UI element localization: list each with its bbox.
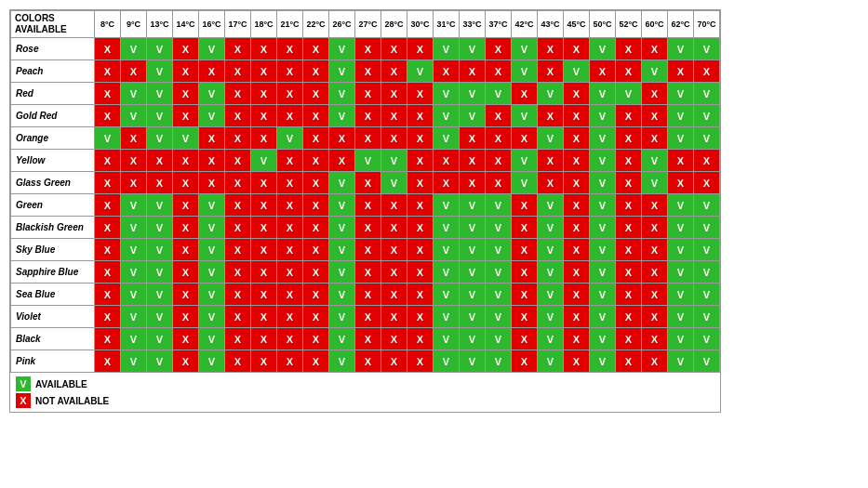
table-row: Sky BlueXVVXVXXXXVXXXVVVXVXVXXVV — [11, 239, 720, 261]
color-name-cell: Green — [11, 194, 95, 217]
availability-table: COLORS AVAILABLE 8°C9°C13°C14°C16°C17°C1… — [10, 10, 720, 373]
availability-cell: X — [355, 328, 381, 350]
availability-cell: X — [303, 105, 329, 127]
availability-cell: X — [668, 60, 694, 83]
availability-cell: V — [147, 194, 173, 217]
availability-cell: V — [147, 127, 173, 150]
color-name-cell: Blackish Green — [11, 217, 95, 239]
availability-cell: V — [434, 38, 460, 60]
color-name-cell: Sea Blue — [11, 284, 95, 306]
legend-available-label: AVAILABLE — [35, 379, 87, 389]
availability-cell: X — [251, 261, 277, 284]
availability-cell: X — [95, 217, 121, 239]
availability-cell: V — [590, 261, 616, 284]
availability-cell: X — [173, 172, 199, 194]
availability-cell: X — [225, 60, 251, 83]
color-name-cell: Orange — [11, 127, 95, 150]
temp-header: 26°C — [329, 11, 355, 38]
availability-cell: X — [303, 38, 329, 60]
availability-cell: X — [407, 239, 434, 261]
availability-cell: V — [434, 261, 460, 284]
availability-cell: X — [381, 38, 407, 60]
availability-cell: V — [694, 284, 720, 306]
availability-cell: X — [512, 284, 538, 306]
temp-header: 52°C — [616, 11, 642, 38]
availability-cell: X — [642, 306, 668, 328]
availability-cell: X — [355, 239, 381, 261]
legend-not-available: X NOT AVAILABLE — [16, 393, 714, 408]
availability-cell: X — [251, 217, 277, 239]
availability-cell: X — [303, 194, 329, 217]
availability-cell: X — [95, 172, 121, 194]
availability-cell: V — [434, 284, 460, 306]
availability-cell: X — [251, 83, 277, 105]
availability-cell: V — [199, 239, 225, 261]
availability-cell: X — [616, 306, 642, 328]
availability-cell: V — [329, 38, 355, 60]
availability-cell: V — [590, 150, 616, 172]
temp-header: 42°C — [512, 11, 538, 38]
color-name-cell: Sapphire Blue — [11, 261, 95, 284]
color-name-cell: Yellow — [11, 150, 95, 172]
availability-cell: X — [277, 194, 303, 217]
availability-cell: X — [616, 60, 642, 83]
availability-cell: V — [329, 328, 355, 350]
availability-cell: X — [486, 172, 512, 194]
availability-cell: X — [642, 217, 668, 239]
availability-cell: X — [355, 261, 381, 284]
availability-cell: X — [668, 150, 694, 172]
availability-cell: V — [590, 239, 616, 261]
availability-cell: X — [225, 150, 251, 172]
availability-cell: X — [486, 38, 512, 60]
availability-cell: X — [616, 105, 642, 127]
availability-cell: V — [460, 217, 486, 239]
availability-cell: V — [538, 261, 564, 284]
availability-cell: V — [329, 83, 355, 105]
availability-cell: V — [121, 38, 147, 60]
availability-cell: X — [277, 83, 303, 105]
availability-cell: X — [642, 105, 668, 127]
temp-header: 18°C — [251, 11, 277, 38]
availability-cell: X — [199, 127, 225, 150]
availability-cell: X — [95, 105, 121, 127]
color-name-cell: Sky Blue — [11, 239, 95, 261]
availability-cell: V — [538, 127, 564, 150]
availability-cell: V — [199, 306, 225, 328]
availability-cell: X — [173, 239, 199, 261]
availability-cell: V — [199, 105, 225, 127]
availability-cell: V — [642, 150, 668, 172]
availability-cell: V — [694, 328, 720, 350]
temp-header: 28°C — [381, 11, 407, 38]
legend-x-box: X — [16, 393, 31, 408]
availability-cell: X — [277, 105, 303, 127]
availability-cell: V — [329, 284, 355, 306]
availability-cell: V — [147, 83, 173, 105]
availability-cell: V — [512, 60, 538, 83]
availability-cell: V — [460, 261, 486, 284]
table-row: Gold RedXVVXVXXXXVXXXVVXVXXVXXVV — [11, 105, 720, 127]
table-row: RedXVVXVXXXXVXXXVVVXVXVVXVV — [11, 83, 720, 105]
temp-header: 33°C — [460, 11, 486, 38]
legend: V AVAILABLE X NOT AVAILABLE — [10, 373, 720, 412]
availability-cell: V — [538, 194, 564, 217]
availability-cell: X — [642, 239, 668, 261]
availability-cell: V — [121, 328, 147, 350]
availability-cell: V — [173, 127, 199, 150]
availability-cell: V — [564, 60, 590, 83]
availability-cell: V — [434, 239, 460, 261]
availability-cell: V — [668, 261, 694, 284]
availability-cell: X — [251, 350, 277, 373]
availability-cell: X — [251, 306, 277, 328]
table-row: Glass GreenXXXXXXXXXVXVXXXXVXXVXVXX — [11, 172, 720, 194]
temp-header: 43°C — [538, 11, 564, 38]
table-row: YellowXXXXXXVXXXVVXXXXVXXVXVXX — [11, 150, 720, 172]
availability-cell: X — [407, 194, 434, 217]
availability-cell: V — [590, 127, 616, 150]
availability-cell: V — [407, 60, 434, 83]
availability-cell: X — [277, 60, 303, 83]
temp-header: 22°C — [303, 11, 329, 38]
temp-header: 45°C — [564, 11, 590, 38]
availability-cell: X — [225, 350, 251, 373]
color-name-cell: Pink — [11, 350, 95, 373]
availability-cell: X — [225, 217, 251, 239]
